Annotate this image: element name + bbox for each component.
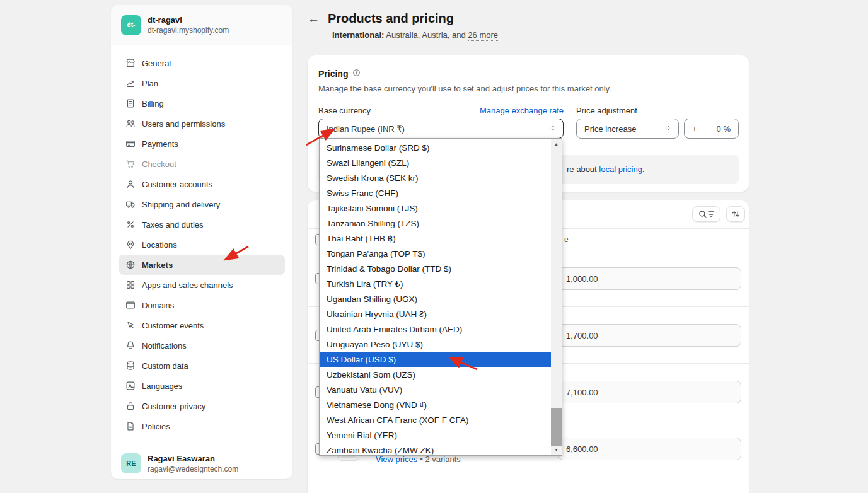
scroll-up-button[interactable]: ▲ [551,139,562,149]
market-name: International: [332,30,384,40]
plus-sign: + [692,124,697,134]
sidebar-item-customer-accounts[interactable]: Customer accounts [119,174,285,194]
currency-option[interactable]: Zambian Kwacha (ZMW ZK) [320,443,551,455]
currency-option[interactable]: Ukrainian Hryvnia (UAH ₴) [320,306,551,322]
sidebar-item-customer-privacy[interactable]: Customer privacy [119,396,285,416]
sidebar-item-label: Users and permissions [142,119,225,129]
sidebar-item-label: Apps and sales channels [142,281,233,290]
variants-count: • 2 variants [420,455,461,464]
sidebar-item-domains[interactable]: Domains [119,295,285,315]
search-filter-icon [697,209,716,219]
sidebar-item-label: Notifications [142,341,187,351]
currency-options: Surinamese Dollar (SRD $) Swazi Lilangen… [320,139,551,455]
search-filter-button[interactable] [692,206,720,222]
store-name: dt-ragavi [148,15,229,25]
price-adjustment-value: Price increase [584,124,636,134]
more-countries-link[interactable]: 26 more [468,30,498,41]
sidebar-item-apps-sales-channels[interactable]: Apps and sales channels [119,275,285,295]
settings-nav: General Plan Billing Users and permissio… [111,45,292,444]
currency-option[interactable]: Swiss Franc (CHF) [320,185,551,200]
currency-option[interactable]: Tongan Pa'anga (TOP T$) [320,246,551,261]
globe-icon [125,259,136,270]
currency-option[interactable]: Swazi Lilangeni (SZL) [320,155,551,170]
sidebar-item-markets[interactable]: Markets [119,255,285,275]
base-currency-label: Base currency [318,106,371,115]
price-input[interactable]: 6,600.00 [558,438,741,460]
currency-option[interactable]: Vanuatu Vatu (VUV) [320,382,551,397]
sidebar-item-label: Payments [142,139,178,149]
currency-option[interactable]: West African CFA Franc (XOF F CFA) [320,412,551,427]
currency-option[interactable]: Vietnamese Dong (VND ₫) [320,397,551,412]
sidebar-item-notifications[interactable]: Notifications [119,335,285,356]
sidebar-item-label: Markets [142,260,173,270]
billing-icon [125,98,136,109]
select-caret-icon [550,124,557,134]
cursor-icon [125,320,136,331]
sidebar-item-label: Policies [142,422,170,431]
select-caret-icon [665,124,672,134]
sidebar-item-label: Plan [142,79,158,88]
percent-icon [125,219,136,230]
sidebar-item-taxes-duties[interactable]: Taxes and duties [119,214,285,235]
sidebar-item-label: Languages [142,381,182,391]
sidebar-item-label: Domains [142,301,174,310]
pricing-card-title: Pricing [318,69,348,79]
page-header: ← Products and pricing International: Au… [308,11,749,40]
base-currency-select[interactable]: Indian Rupee (INR ₹) [318,119,564,139]
currency-option[interactable]: Yemeni Rial (YER) [320,427,551,443]
price-column-header-fragment: e [564,235,569,244]
dropdown-scrollbar[interactable]: ▲ ▼ [551,139,562,455]
sidebar-item-locations[interactable]: Locations [119,235,285,255]
sidebar-item-policies[interactable]: Policies [119,416,285,436]
sort-button[interactable] [726,206,745,222]
currency-option[interactable]: Tajikistani Somoni (TJS) [320,200,551,216]
price-input[interactable]: 1,000.00 [558,267,741,290]
checkout-cart-icon [125,158,136,170]
price-input[interactable]: 1,700.00 [558,324,741,347]
sidebar-item-customer-events[interactable]: Customer events [119,315,285,335]
document-icon [125,420,136,432]
currency-option[interactable]: Surinamese Dollar (SRD $) [320,140,551,155]
apps-grid-icon [125,279,136,291]
info-icon[interactable] [352,68,361,79]
sidebar-item-checkout[interactable]: Checkout [119,154,285,174]
currency-option[interactable]: Swedish Krona (SEK kr) [320,170,551,185]
settings-sidebar: dt- dt-ragavi dt-ragavi.myshopify.com Ge… [111,5,292,479]
store-avatar: dt- [121,15,141,35]
store-icon [125,57,136,69]
database-icon [125,360,136,371]
sidebar-item-general[interactable]: General [119,53,285,73]
currency-option[interactable]: Uzbekistani Som (UZS) [320,367,551,382]
sidebar-item-label: Shipping and delivery [142,200,220,209]
view-prices-link[interactable]: View prices [376,455,417,464]
scrollbar-thumb[interactable] [551,408,562,446]
sidebar-item-plan[interactable]: Plan [119,73,285,93]
sidebar-item-custom-data[interactable]: Custom data [119,356,285,376]
sidebar-item-billing[interactable]: Billing [119,93,285,113]
user-footer: RE Ragavi Easwaran ragavi@wedesigntech.c… [111,444,292,479]
sidebar-item-label: Customer privacy [142,402,205,411]
adjustment-percent-input[interactable]: + 0 % [684,119,739,139]
translate-icon [125,380,136,392]
price-adjustment-select[interactable]: Price increase [576,119,679,139]
person-icon [125,178,136,190]
scroll-down-button[interactable]: ▼ [551,444,562,455]
currency-option[interactable]: Tanzanian Shilling (TZS) [320,216,551,231]
currency-option[interactable]: Trinidad & Tobago Dollar (TTD $) [320,261,551,276]
currency-option[interactable]: Uruguayan Peso (UYU $) [320,337,551,352]
local-pricing-link[interactable]: local pricing [599,165,642,174]
manage-exchange-rate-link[interactable]: Manage exchange rate [480,106,564,115]
price-input[interactable]: 7,100.00 [558,381,741,403]
currency-option[interactable]: United Arab Emirates Dirham (AED) [320,322,551,337]
back-button[interactable]: ← [308,13,320,25]
currency-option-selected[interactable]: US Dollar (USD $) [320,352,551,367]
sidebar-item-languages[interactable]: Languages [119,376,285,396]
users-icon [125,118,136,129]
sidebar-item-payments[interactable]: Payments [119,134,285,154]
sidebar-item-shipping-delivery[interactable]: Shipping and delivery [119,194,285,214]
currency-option[interactable]: Thai Baht (THB ฿) [320,231,551,246]
page-title: Products and pricing [328,11,454,26]
currency-option[interactable]: Turkish Lira (TRY ₺) [320,276,551,291]
currency-option[interactable]: Ugandan Shilling (UGX) [320,291,551,306]
sidebar-item-users-permissions[interactable]: Users and permissions [119,113,285,134]
